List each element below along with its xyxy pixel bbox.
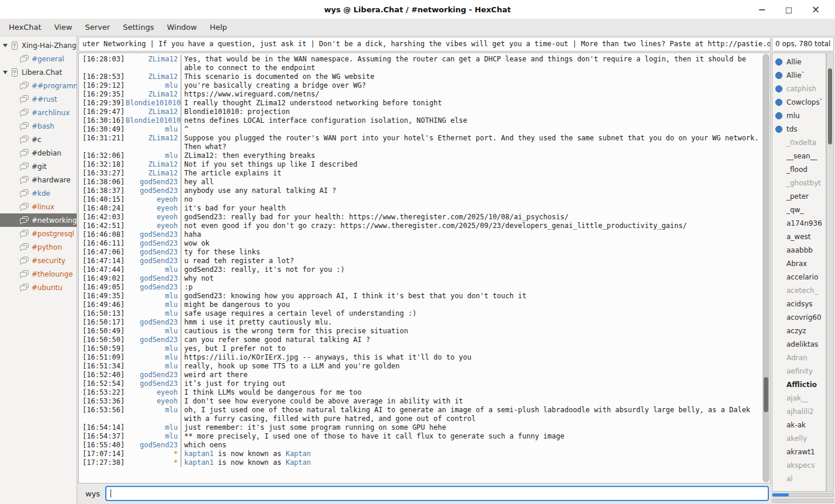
user-item[interactable]: a174n936 xyxy=(772,216,826,230)
user-item[interactable]: ak-ak xyxy=(772,418,826,431)
user-name: Abrax xyxy=(786,260,807,268)
chat-text-segment: is now known as xyxy=(214,458,286,467)
tree-channel-kde[interactable]: #kde xyxy=(0,187,77,200)
tree-channel-rust[interactable]: ##rust xyxy=(0,92,77,106)
user-item[interactable]: mlu xyxy=(772,109,826,122)
no-op-spacer xyxy=(775,435,782,442)
user-item[interactable]: tds xyxy=(772,122,826,136)
user-item[interactable]: akrawt1 xyxy=(772,445,826,458)
menu-item-view[interactable]: View xyxy=(48,20,79,34)
tree-channel-thelounge[interactable]: #thelounge xyxy=(0,267,77,281)
chat-line: [16:30:16]Blondie101010netns defines LOC… xyxy=(82,116,762,125)
tree-channel-linux[interactable]: #linux xyxy=(0,200,77,213)
menu-item-help[interactable]: Help xyxy=(203,20,234,34)
user-item[interactable]: aczyz xyxy=(772,324,826,337)
user-item[interactable]: Allie xyxy=(772,55,826,68)
tree-channel-archlinux[interactable]: #archlinux xyxy=(0,106,77,119)
user-list-scrollbar-thumb[interactable] xyxy=(828,68,832,144)
chat-line: [16:55:40]godSend23which oens xyxy=(82,441,762,450)
tree-server-label: Xing-Hai-Zhang xyxy=(22,42,77,50)
user-item[interactable]: __sean__ xyxy=(772,149,826,163)
maximize-icon[interactable]: □ xyxy=(775,5,802,14)
no-op-spacer xyxy=(775,166,782,173)
menu-item-server[interactable]: Server xyxy=(78,20,116,34)
chat-text: can you refer some good natural talking … xyxy=(181,336,762,344)
user-item[interactable]: adeliktas xyxy=(772,337,826,351)
user-item[interactable]: _qw_ xyxy=(772,203,826,216)
user-item[interactable]: acovrig60 xyxy=(772,310,826,324)
right-column: 0 ops, 780 total AllieAllie`catphishCowc… xyxy=(772,36,835,504)
chat-line: [16:52:40]godSend23weird art there xyxy=(82,371,762,379)
tree-channel-git[interactable]: #git xyxy=(0,160,77,173)
user-item[interactable]: akspecs xyxy=(772,458,826,472)
user-item[interactable]: Abrax xyxy=(772,257,826,270)
user-list-scrollbar[interactable] xyxy=(826,53,834,492)
user-item[interactable]: ajak__ xyxy=(772,391,826,405)
tree-channel-bash[interactable]: #bash xyxy=(0,119,77,133)
tree-server-libera.chat[interactable]: Libera.Chat xyxy=(0,65,77,79)
user-name: _peter xyxy=(786,192,809,201)
expander-icon[interactable] xyxy=(3,44,8,47)
chat-timestamp: [16:49:05] xyxy=(82,283,126,292)
chat-nick: eyeoh xyxy=(126,204,181,213)
user-item[interactable]: aefinity xyxy=(772,364,826,378)
close-icon[interactable]: × xyxy=(802,4,829,15)
user-item[interactable]: _0xdelta xyxy=(772,136,826,149)
tree-channel-python[interactable]: #python xyxy=(0,240,77,254)
user-item[interactable]: catphish xyxy=(772,82,826,95)
user-name: akrawt1 xyxy=(786,448,815,456)
chat-nick: mlu xyxy=(126,301,181,309)
chat-scrollbar[interactable] xyxy=(762,54,770,482)
no-op-spacer xyxy=(775,206,782,213)
chat-line: [16:50:50]godSend23can you refer some go… xyxy=(82,336,762,344)
user-item[interactable]: akelly xyxy=(772,431,826,445)
user-item[interactable]: aaabbb xyxy=(772,243,826,257)
chat-scrollbar-thumb[interactable] xyxy=(764,377,768,412)
tree-channel-programming[interactable]: ##programming xyxy=(0,79,77,92)
menu-item-window[interactable]: Window xyxy=(160,20,203,34)
chat-text-segment: kaptan1 xyxy=(184,458,214,467)
minimize-icon[interactable]: − xyxy=(748,4,775,15)
chat-text-segment: Kaptan xyxy=(285,458,310,467)
tree-channel-c[interactable]: #c xyxy=(0,133,77,146)
user-name: ak-ak xyxy=(786,421,806,429)
tree-server-xing-hai-zhang[interactable]: Xing-Hai-Zhang xyxy=(0,39,77,52)
user-item[interactable]: Allie` xyxy=(772,68,826,82)
user-name: Cowclops` xyxy=(786,98,823,106)
topic-input[interactable]: uter Networking | If you have a question… xyxy=(78,37,771,51)
user-item[interactable]: al xyxy=(772,472,826,485)
chat-text: no xyxy=(181,195,762,204)
chat-text: I really thought ZLima12 understood netw… xyxy=(181,99,762,108)
chat-line: [16:42:03]eyeohgodSend23: really bad for… xyxy=(82,213,762,222)
chat-text: I think LLMs would be dangerous for me t… xyxy=(181,388,762,397)
expander-icon[interactable] xyxy=(3,71,8,74)
user-item[interactable]: _ghostbyt xyxy=(772,176,826,189)
tree-channel-ubuntu[interactable]: #ubuntu xyxy=(0,281,77,294)
user-item[interactable]: _flood xyxy=(772,163,826,176)
tree-channel-debian[interactable]: #debian xyxy=(0,146,77,160)
user-item[interactable]: ajhalili2 xyxy=(772,405,826,418)
no-op-spacer xyxy=(775,139,782,146)
user-item[interactable]: Cowclops` xyxy=(772,95,826,109)
menu-item-hexchat[interactable]: HexChat xyxy=(2,20,48,34)
menu-item-settings[interactable]: Settings xyxy=(116,20,160,34)
user-item[interactable]: _peter xyxy=(772,189,826,203)
user-item[interactable]: acidsys xyxy=(772,297,826,310)
tree-channel-networking[interactable]: #networking xyxy=(0,213,77,227)
user-item[interactable]: acetech_ xyxy=(772,284,826,297)
tree-channel-general[interactable]: #general xyxy=(0,52,77,65)
user-item[interactable]: Adran xyxy=(772,351,826,364)
chat-text-segment: kaptan1 xyxy=(184,450,214,458)
user-item[interactable]: accelario xyxy=(772,270,826,284)
chat-text: u read teh register a lot? xyxy=(181,257,762,265)
chat-text: kaptan1 is now known as Kaptan xyxy=(181,450,762,458)
no-op-spacer xyxy=(775,301,782,308)
tree-channel-security[interactable]: #security xyxy=(0,254,77,267)
user-item[interactable]: Afflictio xyxy=(772,378,826,391)
user-name: __sean__ xyxy=(786,152,817,160)
tree-channel-postgresql[interactable]: #postgresql xyxy=(0,227,77,240)
tree-channel-hardware[interactable]: #hardware xyxy=(0,173,77,187)
chat-text: just remember: it's just some program ru… xyxy=(181,423,762,432)
user-item[interactable]: a_west xyxy=(772,230,826,243)
message-input[interactable] xyxy=(105,486,769,501)
